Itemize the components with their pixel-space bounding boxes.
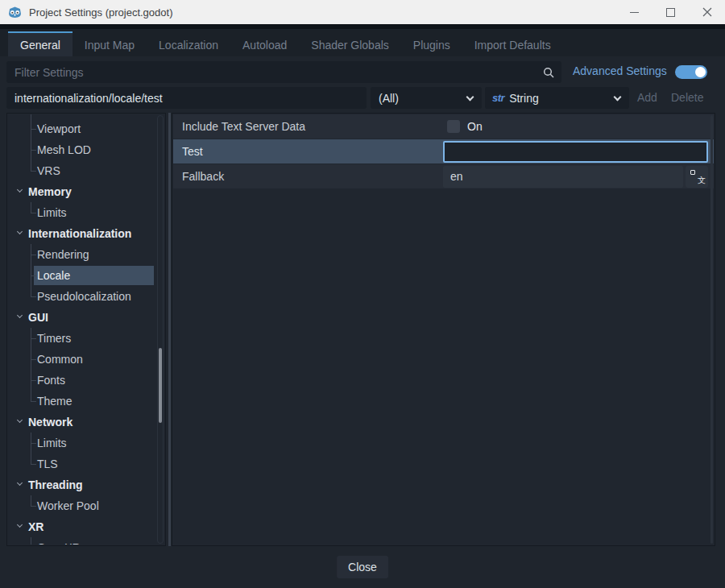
inspector-scrollbar[interactable] [710, 115, 713, 544]
chevron-down-icon [466, 93, 474, 101]
window-title: Project Settings (project.godot) [29, 6, 172, 19]
setting-label: Include Text Server Data [173, 120, 443, 133]
sidebar-item-label: GUI [28, 311, 48, 324]
sidebar-item-label: Rendering [37, 248, 89, 261]
sidebar-item-vrs[interactable]: VRS [8, 160, 164, 181]
sidebar-item-network[interactable]: Network [8, 412, 164, 433]
translation-icon-char: 文 [698, 175, 706, 186]
tree-connector [31, 537, 37, 545]
chevron-down-icon [17, 313, 23, 318]
close-window-button[interactable] [689, 0, 725, 24]
sidebar-item-timers[interactable]: Timers [8, 328, 164, 349]
chevron-down-icon [614, 93, 622, 101]
sidebar-item-label: Mesh LOD [37, 143, 91, 156]
feature-filter-dropdown[interactable]: (All) [371, 87, 482, 109]
settings-row-fallback[interactable]: Fallback文 [173, 164, 714, 188]
tab-autoload[interactable]: Autoload [230, 31, 299, 56]
sidebar-item-label: Limits [37, 206, 67, 219]
fallback-value-input[interactable] [443, 166, 683, 188]
tab-label: Shader Globals [311, 39, 389, 52]
setting-label: Test [173, 145, 443, 158]
panel-splitter-handle[interactable] [168, 113, 171, 546]
sidebar-scrollbar[interactable] [157, 115, 164, 544]
setting-value: On [443, 114, 714, 139]
setting-value: 文 [443, 164, 714, 188]
sidebar-item-rendering[interactable]: Rendering [8, 244, 164, 265]
sidebar-item-openxr[interactable]: OpenXR [8, 537, 164, 545]
tree-connector [31, 391, 37, 412]
sidebar-item-viewport[interactable]: Viewport [8, 118, 164, 139]
feature-filter-value: (All) [371, 92, 467, 105]
add-button[interactable]: Add [637, 91, 657, 104]
chevron-down-icon [17, 522, 23, 528]
sidebar-item-mesh-lod[interactable]: Mesh LOD [8, 139, 164, 160]
sidebar-item-theme[interactable]: Theme [8, 391, 164, 412]
chevron-down-icon [17, 480, 23, 486]
sidebar-item-limits[interactable]: Limits [8, 202, 164, 223]
advanced-settings-label: Advanced Settings [573, 64, 667, 77]
sidebar-item-label: Locale [37, 269, 70, 282]
search-icon [543, 67, 554, 78]
settings-tab-bar: GeneralInput MapLocalizationAutoloadShad… [0, 29, 725, 56]
sidebar-item-label: TLS [37, 458, 58, 470]
sidebar-item-fonts[interactable]: Fonts [8, 370, 164, 391]
property-path-input[interactable] [6, 87, 367, 109]
sidebar-item-pseudolocalization[interactable]: Pseudolocalization [8, 286, 164, 307]
checkbox-label: On [467, 120, 483, 133]
settings-row-test[interactable]: Test [173, 139, 714, 164]
tree-connector [31, 118, 37, 139]
tab-plugins[interactable]: Plugins [401, 31, 462, 56]
locale-picker-button[interactable]: 文 [686, 166, 708, 188]
sidebar-scrollbar-thumb[interactable] [159, 348, 162, 423]
tree-connector [31, 286, 37, 307]
tab-label: Localization [159, 39, 218, 52]
chevron-down-icon [17, 417, 23, 423]
toggle-knob-icon [695, 67, 706, 77]
tree-connector [31, 453, 37, 474]
test-value-input[interactable] [443, 141, 708, 163]
delete-button[interactable]: Delete [671, 91, 703, 104]
sidebar-item-common[interactable]: Common [8, 349, 164, 370]
sidebar-item-label: Theme [37, 395, 72, 408]
tree-connector [31, 139, 37, 160]
sidebar-item-label: Common [37, 353, 83, 366]
sidebar-item-label: OpenXR [37, 541, 81, 545]
sidebar-item-label: Timers [37, 332, 71, 345]
sidebar-item-label: Internationalization [28, 227, 131, 240]
sidebar-item-memory[interactable]: Memory [8, 181, 164, 202]
tab-shader-globals[interactable]: Shader Globals [299, 31, 401, 56]
tab-label: Autoload [242, 39, 287, 52]
property-bar: (All) str String Add Delete [0, 87, 725, 109]
chevron-down-icon [17, 187, 23, 193]
sidebar-item-tls[interactable]: TLS [8, 453, 164, 474]
sidebar-item-locale[interactable]: Locale [8, 265, 164, 286]
checkbox[interactable] [447, 120, 460, 133]
sidebar-item-label: VRS [37, 164, 60, 177]
sidebar-item-label: Worker Pool [37, 499, 99, 512]
sidebar-item-threading[interactable]: Threading [8, 474, 164, 495]
tab-label: General [20, 39, 60, 52]
sidebar-item-xr[interactable]: XR [8, 516, 164, 537]
tab-input-map[interactable]: Input Map [72, 31, 147, 56]
sidebar-item-worker-pool[interactable]: Worker Pool [8, 495, 164, 516]
close-button[interactable]: Close [337, 556, 388, 578]
tab-general[interactable]: General [8, 31, 72, 56]
type-dropdown[interactable]: str String [485, 87, 629, 109]
filter-settings-input[interactable] [6, 61, 543, 83]
settings-category-tree: Occlusion CullingViewportMesh LODVRSMemo… [6, 113, 166, 546]
sidebar-item-label: Network [28, 416, 72, 429]
advanced-settings-toggle[interactable] [675, 65, 707, 79]
sidebar-item-gui[interactable]: GUI [8, 307, 164, 328]
settings-row-include-text-server-data[interactable]: Include Text Server DataOn [173, 114, 714, 139]
maximize-icon [666, 8, 675, 17]
maximize-button[interactable] [652, 0, 689, 24]
translation-icon [690, 170, 695, 175]
tab-import-defaults[interactable]: Import Defaults [462, 31, 563, 56]
tab-localization[interactable]: Localization [147, 31, 230, 56]
sidebar-item-internationalization[interactable]: Internationalization [8, 223, 164, 244]
minimize-button[interactable] [616, 0, 652, 24]
sidebar-item-limits[interactable]: Limits [8, 433, 164, 453]
tab-label: Plugins [413, 39, 450, 52]
sidebar-item-label: XR [28, 520, 44, 533]
close-icon [702, 7, 712, 17]
